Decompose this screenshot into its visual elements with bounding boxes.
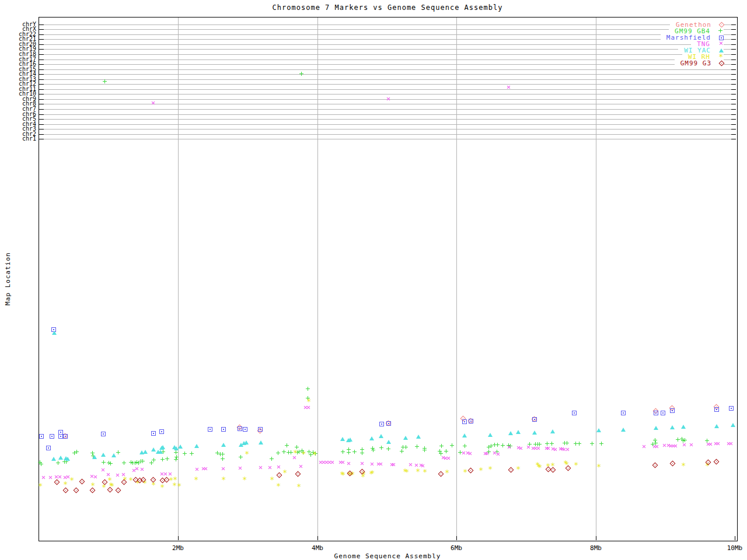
data-point-gm99-gb4	[565, 441, 569, 445]
x-tick-mark	[456, 536, 457, 540]
y-tick-mark-right	[731, 119, 736, 120]
data-point-gm99-gb4	[190, 452, 194, 456]
y-tick-mark-right	[731, 69, 736, 70]
chromosome-line	[39, 24, 736, 25]
x-tick-label: 6Mb	[451, 544, 462, 552]
chart-title: Chromosome 7 Markers vs Genome Sequence …	[273, 4, 503, 12]
legend-item: WI RH	[682, 53, 724, 60]
y-tick-mark-right	[731, 109, 736, 110]
data-point-wi-yac	[550, 429, 555, 433]
data-point-wi-yac	[508, 431, 513, 435]
data-point-gm99-gb4	[444, 449, 448, 453]
data-point-marshfield	[661, 411, 665, 415]
data-point-wi-yac	[244, 440, 249, 444]
data-point-marshfield	[714, 407, 719, 412]
y-tick-mark-right	[731, 104, 736, 104]
y-tick-mark-right	[731, 124, 736, 125]
x-tick-mark	[596, 536, 596, 540]
data-point-gm99-gb4	[439, 444, 444, 448]
y-tick-mark-right	[731, 99, 736, 100]
chromosome-line	[39, 89, 736, 90]
plus-marker-icon	[718, 29, 724, 34]
data-point-wi-rh	[479, 468, 483, 472]
data-point-marshfield	[63, 434, 68, 439]
legend-label: GM99 G3	[680, 60, 711, 67]
chromosome-line	[39, 64, 736, 65]
x-tick-mark	[178, 536, 179, 540]
data-point-marshfield	[208, 427, 212, 432]
data-point-gm99-gb4	[415, 444, 419, 449]
data-point-gm99-gb4	[683, 438, 687, 442]
chromosome-line	[39, 119, 736, 120]
data-point-wi-rh	[296, 484, 301, 488]
y-tick-mark-right	[731, 29, 736, 30]
data-point-wi-yac	[654, 426, 658, 430]
chromosome-line	[39, 94, 736, 94]
chromosome-line	[39, 114, 736, 115]
data-point-wi-rh	[463, 470, 467, 474]
data-point-marshfield	[151, 431, 156, 436]
data-point-marshfield	[654, 411, 658, 415]
y-tick-mark-right	[731, 79, 736, 80]
data-point-gm99-gb4	[285, 443, 289, 447]
data-point-wi-yac	[532, 430, 537, 435]
y-tick-mark-left	[39, 84, 44, 85]
data-point-gm99-gb4	[103, 79, 107, 83]
chromosome-line	[39, 49, 736, 50]
data-point-gm99-gb4	[152, 458, 156, 462]
data-point-gm99-gb4	[577, 442, 581, 446]
chromosome-line	[39, 124, 736, 125]
data-point-gm99-gb4	[141, 459, 145, 463]
y-tick-mark-left	[39, 139, 44, 139]
data-point-gm99-gb4	[400, 449, 404, 453]
data-point-wi-rh	[312, 452, 316, 456]
data-point-wi-yac	[462, 433, 467, 438]
y-tick-mark-left	[39, 60, 44, 60]
chromosome-line	[39, 44, 736, 45]
chromosome-line	[39, 104, 736, 104]
y-tick-mark-right	[731, 89, 736, 90]
data-point-gm99-gb4	[545, 442, 549, 446]
data-point-wi-yac	[416, 435, 421, 439]
data-point-wi-yac	[92, 455, 97, 459]
x-gridline	[178, 18, 179, 540]
data-point-wi-yac	[259, 440, 263, 444]
data-point-wi-rh	[341, 473, 345, 477]
data-point-wi-yac	[221, 443, 226, 447]
data-point-wi-rh	[245, 452, 249, 456]
data-point-wi-rh	[69, 478, 74, 482]
data-point-wi-yac	[160, 445, 165, 449]
data-point-wi-rh	[574, 463, 578, 467]
data-point-gm99-gb4	[550, 442, 554, 446]
data-point-gm99-gb4	[109, 461, 113, 466]
data-point-gm99-gb4	[347, 450, 351, 454]
data-point-gm99-gb4	[270, 457, 274, 461]
y-tick-mark-left	[39, 79, 44, 80]
y-tick-mark-left	[39, 114, 44, 115]
y-tick-mark-right	[731, 24, 736, 25]
x-gridline	[596, 18, 596, 540]
y-tick-mark-left	[39, 119, 44, 120]
y-tick-mark-left	[39, 134, 44, 135]
data-point-marshfield	[379, 422, 384, 426]
y-tick-mark-right	[731, 114, 736, 115]
data-point-wi-yac	[65, 457, 70, 461]
legend-item: GM99 GB4	[669, 27, 724, 34]
legend-item: TNG	[691, 40, 724, 47]
data-point-wi-rh	[537, 465, 542, 469]
data-point-marshfield	[469, 419, 473, 424]
data-point-wi-yac	[714, 424, 719, 428]
data-point-wi-rh	[177, 484, 181, 488]
legend-item: WI YAC	[678, 47, 724, 53]
data-point-gm99-gb4	[599, 442, 603, 446]
y-tick-mark-right	[731, 74, 736, 75]
data-point-gm99-gb4	[450, 443, 454, 447]
data-point-gm99-gb4	[116, 450, 120, 454]
data-point-gm99-gb4	[386, 447, 390, 451]
y-tick-mark-right	[731, 139, 736, 139]
data-point-marshfield	[101, 432, 106, 436]
data-point-wi-rh	[128, 478, 132, 482]
data-point-wi-rh	[194, 477, 198, 481]
y-tick-mark-left	[39, 124, 44, 125]
data-point-wi-yac	[596, 428, 601, 432]
